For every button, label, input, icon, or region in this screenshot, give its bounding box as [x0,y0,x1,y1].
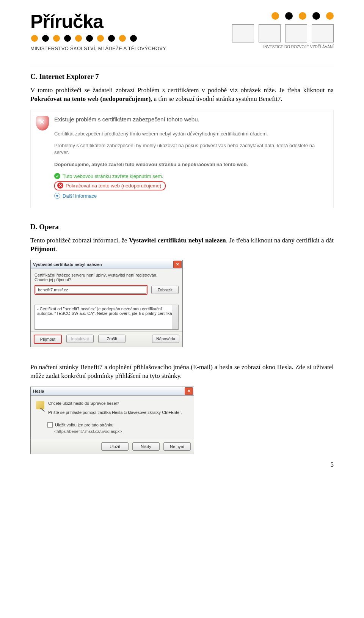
dialog-button-row: Přijmout Instalovat Zrušit Nápověda [31,331,182,347]
save-button[interactable]: Uložit [101,442,129,451]
not-now-button[interactable]: Ne nyní [163,442,191,451]
ie7-recommendation: Doporučujeme, abyste zavřeli tuto webovo… [54,161,329,168]
hesla-hint: Příště se přihlaste pomocí tlačítka Hesl… [48,410,182,415]
cancel-button[interactable]: Zrušit [98,335,126,343]
help-button[interactable]: Nápověda [152,335,179,343]
hesla-question: Chcete uložit heslo do Správce hesel? [48,401,182,406]
esf-logo [232,24,254,42]
cross-icon: ✕ [57,182,63,189]
install-button[interactable]: Instalovat [66,335,94,343]
header-tagline: INVESTICE DO ROZVOJE VZDĚLÁVÁNÍ [263,45,334,49]
section-c-paragraph: V tomto prohlížeči se žadateli zobrazí P… [30,86,334,104]
certificate-entry[interactable]: benefit7.mssf.cz [35,285,147,295]
page-number: 5 [30,461,334,469]
chevron-down-icon: ▾ [54,193,60,199]
eu-flag-logo [259,24,281,42]
ie7-more-info-link[interactable]: ▾ Další informace [54,193,329,199]
certificate-details[interactable]: ▲▼ - Certifikát od "benefit7.mssf.cz" je… [35,305,179,330]
shield-error-icon [36,116,49,131]
close-icon[interactable]: ✕ [173,261,182,268]
ie7-continue-link[interactable]: ✕ Pokračovat na tento web (nedoporučujem… [54,181,329,190]
ie7-warning-title: Existuje problém s certifikátem zabezpeč… [54,116,199,123]
header-top-dots [271,12,334,20]
opera-certificate-dialog: Vystavitel certifikátu nebyl nalezen ✕ C… [30,260,183,347]
msmt-logo [285,24,307,42]
dialog-titlebar[interactable]: Vystavitel certifikátu nebyl nalezen ✕ [31,260,182,269]
header-divider [30,64,334,64]
section-c-heading: C. Internet Explorer 7 [30,72,334,81]
ie7-certificate-warning: Existuje problém s certifikátem zabezpeč… [30,110,334,208]
ie7-warning-text: Certifikát zabezpečení předložený tímto … [54,131,329,137]
checkbox-icon [47,422,53,428]
document-header: Příručka MINISTERSTVO ŠKOLSTVÍ, MLÁDEŽE … [30,11,334,60]
save-for-page-checkbox[interactable]: Uložit volbu jen pro tuto stránku [47,422,188,428]
check-icon: ✓ [54,173,60,179]
hesla-intro-paragraph: Po načtení stránky Benefit7 a doplnění p… [30,363,334,381]
partner-logos [232,24,334,42]
show-button[interactable]: Zobrazit [151,286,179,294]
dialog-titlebar[interactable]: Hesla ✕ [31,387,194,396]
ie7-close-link[interactable]: ✓ Tuto webovou stránku zavřete klepnutím… [54,173,329,179]
close-icon[interactable]: ✕ [185,387,193,395]
section-d-heading: D. Opera [30,223,334,231]
accept-button[interactable]: Přijmout [34,335,62,344]
ie7-warning-text: Problémy s certifikátem zabezpečení by m… [54,142,329,156]
never-button[interactable]: Nikdy [132,442,160,451]
op-vk-logo [312,24,334,42]
section-d-paragraph: Tento prohlížeč zobrazí informaci, že Vy… [30,236,334,254]
dialog-question: Chcete jej přijmout? [35,277,179,282]
wand-icon [36,401,44,409]
dialog-button-row: Uložit Nikdy Ne nyní [31,439,194,454]
dialog-message: Certifikační řetězec serveru není úplný,… [35,273,179,277]
hesla-password-dialog: Hesla ✕ Chcete uložit heslo do Správce h… [30,387,194,454]
hesla-url: <https://benefit7.mssf.cz/uvod.aspx> [54,429,188,434]
